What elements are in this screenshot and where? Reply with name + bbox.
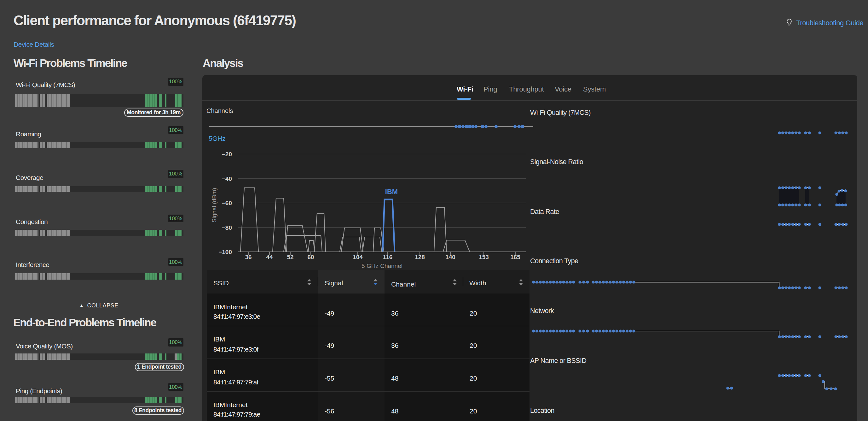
svg-text:5 GHz Channel: 5 GHz Channel bbox=[362, 262, 402, 269]
svg-text:104: 104 bbox=[353, 254, 363, 260]
svg-text:IBM: IBM bbox=[385, 188, 398, 196]
svg-text:60: 60 bbox=[307, 254, 314, 260]
svg-text:−20: −20 bbox=[222, 151, 232, 158]
svg-text:−40: −40 bbox=[222, 175, 232, 182]
svg-text:116: 116 bbox=[383, 254, 393, 260]
svg-text:52: 52 bbox=[287, 254, 293, 260]
svg-text:153: 153 bbox=[479, 254, 489, 260]
svg-text:128: 128 bbox=[415, 254, 425, 260]
svg-text:44: 44 bbox=[266, 254, 273, 260]
svg-text:140: 140 bbox=[445, 254, 456, 260]
svg-text:Signal (dBm): Signal (dBm) bbox=[211, 188, 217, 223]
svg-text:−60: −60 bbox=[222, 200, 232, 206]
svg-text:165: 165 bbox=[510, 254, 520, 260]
svg-text:−100: −100 bbox=[218, 249, 232, 255]
svg-text:−80: −80 bbox=[222, 224, 232, 231]
svg-text:36: 36 bbox=[245, 254, 251, 260]
